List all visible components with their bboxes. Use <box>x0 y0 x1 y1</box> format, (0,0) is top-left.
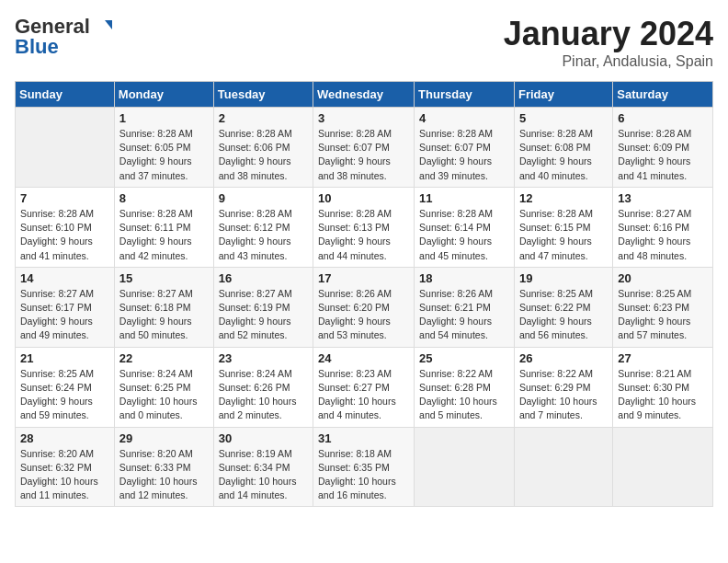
calendar-cell: 30Sunrise: 8:19 AMSunset: 6:34 PMDayligh… <box>213 427 313 507</box>
day-number: 7 <box>20 191 109 205</box>
calendar-cell: 5Sunrise: 8:28 AMSunset: 6:08 PMDaylight… <box>514 108 612 188</box>
calendar-cell: 2Sunrise: 8:28 AMSunset: 6:06 PMDaylight… <box>213 108 313 188</box>
calendar-cell: 1Sunrise: 8:28 AMSunset: 6:05 PMDaylight… <box>114 108 213 188</box>
calendar-cell: 19Sunrise: 8:25 AMSunset: 6:22 PMDayligh… <box>514 267 612 347</box>
day-of-week-header: Sunday <box>16 82 115 108</box>
day-detail: Sunrise: 8:22 AMSunset: 6:29 PMDaylight:… <box>519 367 608 423</box>
calendar-cell: 20Sunrise: 8:25 AMSunset: 6:23 PMDayligh… <box>613 267 713 347</box>
day-detail: Sunrise: 8:28 AMSunset: 6:07 PMDaylight:… <box>419 127 509 183</box>
day-of-week-header: Saturday <box>613 82 713 108</box>
calendar-cell: 8Sunrise: 8:28 AMSunset: 6:11 PMDaylight… <box>114 187 213 267</box>
day-detail: Sunrise: 8:27 AMSunset: 6:16 PMDaylight:… <box>618 207 708 263</box>
page-subtitle: Pinar, Andalusia, Spain <box>504 53 713 70</box>
day-number: 30 <box>219 431 308 445</box>
calendar-cell: 10Sunrise: 8:28 AMSunset: 6:13 PMDayligh… <box>313 187 415 267</box>
day-number: 14 <box>20 271 109 285</box>
day-detail: Sunrise: 8:28 AMSunset: 6:15 PMDaylight:… <box>519 207 608 263</box>
calendar-cell <box>613 427 713 507</box>
day-detail: Sunrise: 8:26 AMSunset: 6:20 PMDaylight:… <box>318 287 409 343</box>
calendar-cell: 31Sunrise: 8:18 AMSunset: 6:35 PMDayligh… <box>313 427 415 507</box>
day-detail: Sunrise: 8:28 AMSunset: 6:13 PMDaylight:… <box>318 207 409 263</box>
day-number: 21 <box>20 351 109 365</box>
day-detail: Sunrise: 8:25 AMSunset: 6:22 PMDaylight:… <box>519 287 608 343</box>
day-number: 31 <box>318 431 409 445</box>
day-number: 10 <box>318 191 409 205</box>
day-number: 26 <box>519 351 608 365</box>
calendar-cell <box>514 427 612 507</box>
day-number: 28 <box>20 431 109 445</box>
day-detail: Sunrise: 8:28 AMSunset: 6:06 PMDaylight:… <box>219 127 308 183</box>
day-detail: Sunrise: 8:28 AMSunset: 6:05 PMDaylight:… <box>119 127 209 183</box>
day-detail: Sunrise: 8:28 AMSunset: 6:07 PMDaylight:… <box>318 127 409 183</box>
title-block: January 2024 Pinar, Andalusia, Spain <box>504 15 713 70</box>
day-detail: Sunrise: 8:22 AMSunset: 6:28 PMDaylight:… <box>419 367 509 423</box>
calendar-cell: 11Sunrise: 8:28 AMSunset: 6:14 PMDayligh… <box>415 187 515 267</box>
calendar-week-row: 14Sunrise: 8:27 AMSunset: 6:17 PMDayligh… <box>16 267 713 347</box>
calendar-cell: 16Sunrise: 8:27 AMSunset: 6:19 PMDayligh… <box>213 267 313 347</box>
calendar-cell: 21Sunrise: 8:25 AMSunset: 6:24 PMDayligh… <box>16 347 115 427</box>
day-detail: Sunrise: 8:23 AMSunset: 6:27 PMDaylight:… <box>318 367 409 423</box>
day-detail: Sunrise: 8:28 AMSunset: 6:08 PMDaylight:… <box>519 127 608 183</box>
day-number: 12 <box>519 191 608 205</box>
calendar-cell: 12Sunrise: 8:28 AMSunset: 6:15 PMDayligh… <box>514 187 612 267</box>
day-number: 23 <box>219 351 308 365</box>
day-number: 9 <box>219 191 308 205</box>
day-number: 4 <box>419 111 509 125</box>
day-detail: Sunrise: 8:26 AMSunset: 6:21 PMDaylight:… <box>419 287 509 343</box>
calendar-cell: 23Sunrise: 8:24 AMSunset: 6:26 PMDayligh… <box>213 347 313 427</box>
day-detail: Sunrise: 8:25 AMSunset: 6:24 PMDaylight:… <box>20 367 109 423</box>
calendar-cell: 6Sunrise: 8:28 AMSunset: 6:09 PMDaylight… <box>613 108 713 188</box>
calendar-cell: 14Sunrise: 8:27 AMSunset: 6:17 PMDayligh… <box>16 267 115 347</box>
calendar-cell: 9Sunrise: 8:28 AMSunset: 6:12 PMDaylight… <box>213 187 313 267</box>
calendar-cell: 4Sunrise: 8:28 AMSunset: 6:07 PMDaylight… <box>415 108 515 188</box>
day-number: 15 <box>119 271 209 285</box>
calendar-cell: 25Sunrise: 8:22 AMSunset: 6:28 PMDayligh… <box>415 347 515 427</box>
day-detail: Sunrise: 8:24 AMSunset: 6:26 PMDaylight:… <box>219 367 308 423</box>
calendar-cell: 29Sunrise: 8:20 AMSunset: 6:33 PMDayligh… <box>114 427 213 507</box>
calendar-cell: 15Sunrise: 8:27 AMSunset: 6:18 PMDayligh… <box>114 267 213 347</box>
calendar-week-row: 28Sunrise: 8:20 AMSunset: 6:32 PMDayligh… <box>16 427 713 507</box>
calendar-cell: 22Sunrise: 8:24 AMSunset: 6:25 PMDayligh… <box>114 347 213 427</box>
day-detail: Sunrise: 8:18 AMSunset: 6:35 PMDaylight:… <box>318 447 409 503</box>
calendar-cell <box>415 427 515 507</box>
day-number: 18 <box>419 271 509 285</box>
logo: General Blue <box>15 15 112 59</box>
day-detail: Sunrise: 8:20 AMSunset: 6:32 PMDaylight:… <box>20 447 109 503</box>
day-number: 11 <box>419 191 509 205</box>
day-number: 20 <box>618 271 708 285</box>
calendar-week-row: 7Sunrise: 8:28 AMSunset: 6:10 PMDaylight… <box>16 187 713 267</box>
calendar-table: SundayMondayTuesdayWednesdayThursdayFrid… <box>15 81 713 507</box>
logo-blue: Blue <box>15 35 59 59</box>
day-number: 17 <box>318 271 409 285</box>
day-detail: Sunrise: 8:27 AMSunset: 6:18 PMDaylight:… <box>119 287 209 343</box>
day-detail: Sunrise: 8:20 AMSunset: 6:33 PMDaylight:… <box>119 447 209 503</box>
calendar-cell <box>16 108 115 188</box>
day-number: 29 <box>119 431 209 445</box>
calendar-week-row: 21Sunrise: 8:25 AMSunset: 6:24 PMDayligh… <box>16 347 713 427</box>
day-number: 6 <box>618 111 708 125</box>
day-of-week-header: Monday <box>114 82 213 108</box>
day-number: 5 <box>519 111 608 125</box>
logo-icon <box>92 17 112 37</box>
day-number: 3 <box>318 111 409 125</box>
day-number: 2 <box>219 111 308 125</box>
page-title: January 2024 <box>504 15 713 53</box>
day-detail: Sunrise: 8:19 AMSunset: 6:34 PMDaylight:… <box>219 447 308 503</box>
day-number: 16 <box>219 271 308 285</box>
day-detail: Sunrise: 8:24 AMSunset: 6:25 PMDaylight:… <box>119 367 209 423</box>
svg-marker-0 <box>105 20 112 29</box>
day-of-week-header: Tuesday <box>213 82 313 108</box>
calendar-cell: 28Sunrise: 8:20 AMSunset: 6:32 PMDayligh… <box>16 427 115 507</box>
day-number: 24 <box>318 351 409 365</box>
day-number: 25 <box>419 351 509 365</box>
calendar-cell: 24Sunrise: 8:23 AMSunset: 6:27 PMDayligh… <box>313 347 415 427</box>
day-number: 27 <box>618 351 708 365</box>
day-number: 1 <box>119 111 209 125</box>
day-detail: Sunrise: 8:28 AMSunset: 6:10 PMDaylight:… <box>20 207 109 263</box>
calendar-week-row: 1Sunrise: 8:28 AMSunset: 6:05 PMDaylight… <box>16 108 713 188</box>
calendar-header-row: SundayMondayTuesdayWednesdayThursdayFrid… <box>16 82 713 108</box>
calendar-cell: 3Sunrise: 8:28 AMSunset: 6:07 PMDaylight… <box>313 108 415 188</box>
calendar-cell: 7Sunrise: 8:28 AMSunset: 6:10 PMDaylight… <box>16 187 115 267</box>
calendar-cell: 18Sunrise: 8:26 AMSunset: 6:21 PMDayligh… <box>415 267 515 347</box>
day-of-week-header: Thursday <box>415 82 515 108</box>
